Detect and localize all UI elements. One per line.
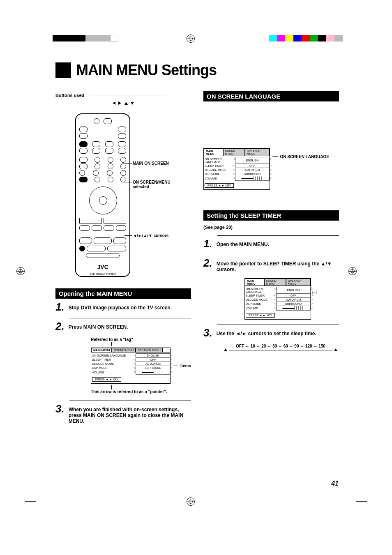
crop-mark (38, 503, 38, 515)
cursor-arrows-icon (55, 100, 191, 106)
left-column: Buttons used (55, 91, 191, 430)
crop-mark (356, 501, 367, 502)
arrow-up-icon (224, 348, 227, 351)
title-marker (55, 62, 71, 78)
remote-illustration: −+ −+ (75, 113, 130, 277)
print-calibration-right (269, 35, 343, 41)
arrow-up-icon (334, 348, 337, 351)
sleep-step-3: 3. Use the ◄/► cursors to set the sleep … (203, 327, 339, 338)
step-3: 3. When you are finished with on-screen … (55, 403, 191, 424)
section-sleep-timer: Setting the SLEEP TIMER (203, 210, 339, 221)
crop-mark (25, 38, 36, 38)
osd-sleep: MAIN MENU SOUND MENU SPEAKER MENU ON SCR… (244, 278, 311, 320)
tag-note: Referred to as a "tag" (91, 337, 191, 342)
right-column: ON SCREEN LANGUAGE MAIN MENU SOUND MENU … (203, 91, 339, 430)
print-calibration-left (53, 35, 118, 41)
see-page: (See page 20) (203, 225, 339, 230)
section-on-screen-language: ON SCREEN LANGUAGE (203, 91, 339, 101)
page-title-bar: MAIN MENU Settings (55, 62, 339, 79)
callout-main-on-screen: MAIN ON SCREEN (133, 161, 169, 166)
lang-callout: ON SCREEN LANGUAGE (280, 154, 329, 159)
crop-mark (38, 25, 38, 36)
registration-mark (187, 497, 195, 506)
buttons-used-label: Buttons used (55, 91, 191, 99)
crop-mark (25, 501, 36, 502)
registration-mark (16, 267, 25, 275)
osd-language: MAIN MENU SOUND MENU SPEAKER MENU ON SCR… (203, 148, 270, 190)
crop-mark (354, 503, 354, 515)
crop-mark (356, 38, 367, 38)
crop-mark (354, 25, 354, 36)
remote-brand: JVC (76, 264, 129, 270)
sleep-step-2: 2. Move the pointer to SLEEP TIMER using… (203, 258, 339, 272)
step-1: 1. Stop DVD image playback on the TV scr… (55, 302, 191, 312)
callout-cursors: ◄/►/▲/▼ cursors (133, 233, 168, 238)
osd-main-menu: MAIN MENU SOUND MENU SPEAKER MENU ON SCR… (91, 348, 171, 384)
step-2: 2. Press MAIN ON SCREEN. (55, 321, 191, 332)
pointer-note: This arrow is referred to as a "pointer"… (91, 389, 191, 394)
sleep-step-1: 1. Open the MAIN MENU. (203, 238, 339, 249)
page-number: 41 (331, 480, 339, 487)
registration-mark (187, 35, 195, 43)
page-title: MAIN MENU Settings (76, 62, 217, 79)
callout-onscreen-menu: ON SCREEN/MENU selected (133, 180, 174, 189)
registration-mark (348, 267, 357, 275)
items-label: Items (180, 364, 191, 368)
section-opening-main-menu: Opening the MAIN MENU (55, 288, 191, 299)
remote-label: DVD CINEMA SYSTEM (76, 273, 129, 275)
